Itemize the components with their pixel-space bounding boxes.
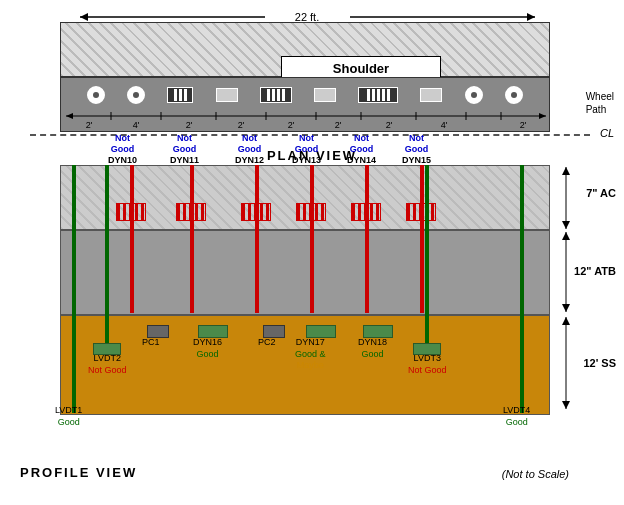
dyn10-hatch xyxy=(116,203,146,221)
svg-text:2': 2' xyxy=(238,120,245,130)
lvdt4-line xyxy=(520,165,524,413)
dyn12-label: NotGoodDYN12 xyxy=(235,133,264,165)
sensor-multiline-3 xyxy=(358,87,398,103)
sensor-rect-1 xyxy=(216,88,238,102)
road-area: 2' 4' 2' 2' 2' 2' 2' 4' 2' xyxy=(60,77,550,132)
cl-label: CL xyxy=(600,127,614,139)
sensor-circle-4 xyxy=(505,86,523,104)
svg-marker-27 xyxy=(562,167,570,175)
dyn11-line xyxy=(190,165,194,313)
profile-scale-note: (Not to Scale) xyxy=(502,468,569,480)
dyn13-label: NotGoodDYN13 xyxy=(292,133,321,165)
svg-marker-7 xyxy=(539,113,546,119)
svg-text:2': 2' xyxy=(386,120,393,130)
svg-marker-28 xyxy=(562,221,570,229)
wheel-path-label: Wheel Path xyxy=(586,90,614,116)
lvdt3-label: LVDT3 Not Good xyxy=(408,353,447,376)
sensor-multiline-2 xyxy=(260,87,292,103)
dyn14-hatch xyxy=(351,203,381,221)
svg-text:2': 2' xyxy=(335,120,342,130)
atb-label: 12" ATB xyxy=(574,265,616,277)
sensor-circle-1 xyxy=(87,86,105,104)
lvdt1-line xyxy=(72,165,76,413)
lvdt4-label: LVDT4 Good xyxy=(503,405,530,428)
dyn14-label: NotGoodDYN14 xyxy=(347,133,376,165)
shoulder-area: Shoulder xyxy=(60,22,550,77)
svg-text:4': 4' xyxy=(441,120,448,130)
atb-dim-arrow xyxy=(556,232,576,312)
lvdt3-line xyxy=(425,165,429,350)
dyn13-hatch xyxy=(296,203,326,221)
ac-label: 7" AC xyxy=(586,187,616,199)
sensor-circle-2 xyxy=(127,86,145,104)
pc2-label: PC2 xyxy=(258,337,276,349)
svg-marker-30 xyxy=(562,232,570,240)
dyn15-hatch xyxy=(406,203,436,221)
lvdt2-line xyxy=(105,165,109,350)
profile-view-section: 7" AC 12" ATB 12' SS NotGoodDYN10 xyxy=(0,165,624,485)
dyn10-label: NotGoodDYN10 xyxy=(108,133,137,165)
svg-marker-34 xyxy=(562,401,570,409)
svg-marker-33 xyxy=(562,317,570,325)
lvdt1-label: LVDT1 Good xyxy=(55,405,82,428)
dyn15-line xyxy=(420,165,424,313)
dyn12-line xyxy=(255,165,259,313)
svg-marker-6 xyxy=(66,113,73,119)
dyn13-line xyxy=(310,165,314,313)
lvdt2-label: LVDT2 Not Good xyxy=(88,353,127,376)
ss-dim-arrow xyxy=(556,317,576,409)
dyn12-hatch xyxy=(241,203,271,221)
ac-dim-arrow xyxy=(556,167,576,229)
dyn15-label: NotGoodDYN15 xyxy=(402,133,431,165)
main-container: 22 ft. Shoulder xyxy=(0,0,624,505)
dyn17-label: DYN17 Good & Maybe xyxy=(295,337,326,372)
svg-text:2': 2' xyxy=(86,120,93,130)
svg-marker-31 xyxy=(562,304,570,312)
sensor-rect-3 xyxy=(420,88,442,102)
dyn11-label: NotGoodDYN11 xyxy=(170,133,199,165)
dyn10-line xyxy=(130,165,134,313)
sensor-multiline-1 xyxy=(167,87,193,103)
ss-label: 12' SS xyxy=(583,357,616,369)
svg-marker-1 xyxy=(80,13,88,21)
svg-text:4': 4' xyxy=(133,120,140,130)
shoulder-text: Shoulder xyxy=(333,61,389,76)
svg-marker-2 xyxy=(527,13,535,21)
dyn14-line xyxy=(365,165,369,313)
pc1-label: PC1 xyxy=(142,337,160,349)
profile-view-title: PROFILE VIEW xyxy=(20,465,137,480)
svg-text:2': 2' xyxy=(520,120,527,130)
dyn18-label: DYN18 Good xyxy=(358,337,387,360)
sensor-rect-2 xyxy=(314,88,336,102)
sensor-circle-3 xyxy=(465,86,483,104)
measurement-row: 2' 4' 2' 2' 2' 2' 2' 4' 2' xyxy=(61,108,549,132)
svg-text:2': 2' xyxy=(186,120,193,130)
svg-text:2': 2' xyxy=(288,120,295,130)
dyn11-hatch xyxy=(176,203,206,221)
dyn16-label: DYN16 Good xyxy=(193,337,222,360)
